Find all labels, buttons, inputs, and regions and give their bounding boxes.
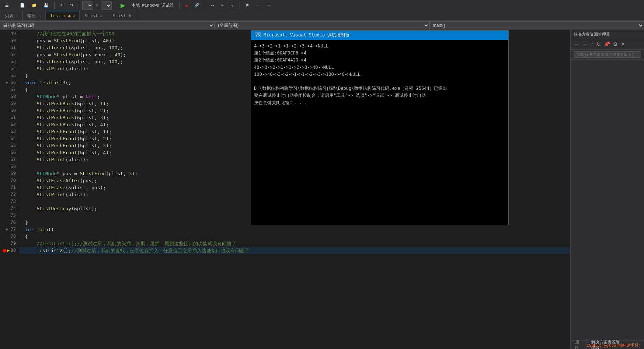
sidebar-refresh-btn[interactable]: ↻: [596, 40, 602, 48]
vs-icon: VS: [255, 32, 261, 38]
line-number: 53: [0, 58, 19, 65]
line-content: //我们现在在40的前面插入一个100: [19, 30, 114, 37]
line-number: 62: [0, 121, 19, 128]
line-content: }: [19, 219, 28, 226]
sidebar-search[interactable]: [571, 50, 644, 60]
sidebar-pin-btn[interactable]: 📌: [603, 40, 611, 48]
line-number: 55: [0, 72, 19, 79]
line-content: SListPushBack(&plist, 2);: [19, 107, 109, 114]
line-content: SLTNode* plist = NULL;: [19, 93, 100, 100]
tab-slisth[interactable]: SList.h: [108, 11, 136, 20]
line-number: 73: [0, 198, 19, 205]
table-row: 78 {: [0, 233, 570, 240]
line-number: 66: [0, 149, 19, 156]
line-content: SListPrint(plist);: [19, 156, 88, 163]
console-titlebar[interactable]: VS Microsoft Visual Studio 调试控制台: [251, 31, 508, 40]
redo-btn[interactable]: ↷: [67, 2, 76, 9]
console-line: 100->40->3->2->1->1->2->3->100->40->NULL: [254, 71, 505, 78]
run-btn[interactable]: ▶: [118, 1, 128, 10]
line-number: 71: [0, 184, 19, 191]
sidebar-toolbar: ← → ⌂ ↻ 📌 ⚙ ✕: [571, 39, 644, 50]
bookmark-btn[interactable]: ⚑: [243, 2, 252, 9]
sidebar-close-btn[interactable]: ✕: [620, 40, 626, 48]
platform-dropdown[interactable]: x86: [101, 1, 112, 10]
prev-bookmark-btn[interactable]: ←: [253, 2, 262, 9]
line-number: 67: [0, 156, 19, 163]
sidebar-home-btn[interactable]: ⌂: [590, 40, 594, 48]
step-over-btn[interactable]: ⇢: [208, 2, 217, 9]
sidebar-content: [571, 60, 644, 340]
line-number: 76: [0, 219, 19, 226]
line-content: SListPushFront(&plist, 1);: [19, 128, 112, 135]
console-line: 要在调试停止时自动关闭控制台，请启用"工具"->"选项"->"调试"->"调试停…: [254, 92, 505, 99]
line-content: SListDestroy(&plist);: [19, 205, 97, 212]
console-line: D:\数据结构初阶学习\数据结构练习代码\Debug\数据结构练习代码.exe（…: [254, 85, 505, 92]
file-menu[interactable]: ☰: [3, 2, 11, 8]
stop-btn[interactable]: ■: [182, 2, 190, 9]
tab-output-label: 输出: [27, 13, 36, 19]
line-content: [19, 163, 25, 170]
line-content: SListPushFront(&plist, 3);: [19, 142, 112, 149]
scope-select[interactable]: 链结构练习代码: [0, 21, 215, 29]
next-bookmark-btn[interactable]: →: [264, 2, 273, 9]
tab-slistc[interactable]: SList.c: [80, 11, 108, 20]
console-line: [254, 78, 505, 85]
tab-output-pin: ○: [38, 14, 40, 18]
code-editor[interactable]: 49 //我们现在在40的前面插入一个100 50 pos = SListFin…: [0, 30, 570, 349]
sidebar-forward-btn[interactable]: →: [582, 40, 588, 48]
line-content: {: [19, 86, 28, 93]
line-content: //TestList1();//测试过后，我们的头插，头删，尾插，尾删这些接口的…: [19, 240, 236, 247]
undo-btn[interactable]: ↶: [58, 2, 66, 9]
line-number: 61: [0, 114, 19, 121]
line-content: SListPrint(plist);: [19, 65, 88, 72]
line-content: SListPushFront(&plist, 2);: [19, 135, 112, 142]
sidebar-back-btn[interactable]: ←: [574, 40, 580, 48]
tab-testc-close[interactable]: ✕: [73, 14, 75, 18]
line-number: 75: [0, 212, 19, 219]
line-number: 60: [0, 107, 19, 114]
tab-output[interactable]: 输出 ○: [22, 11, 45, 20]
console-content: 4->3->2->1->1->2->3->4->NULL 第1个结点:00AF9…: [251, 40, 508, 225]
tab-testc-modified: ●: [68, 14, 70, 18]
console-window[interactable]: VS Microsoft Visual Studio 调试控制台 4->3->2…: [251, 30, 509, 225]
step-out-btn[interactable]: ↲: [228, 2, 237, 9]
function-select[interactable]: main(): [429, 21, 644, 29]
new-btn[interactable]: 📄: [17, 2, 28, 9]
sidebar-settings-btn[interactable]: ⚙: [612, 40, 619, 48]
tab-testc[interactable]: Test.c ● ✕: [45, 11, 80, 20]
table-row: 79 //TestList1();//测试过后，我们的头插，头删，尾插，尾删这些…: [0, 240, 570, 247]
line-number: 52: [0, 51, 19, 58]
line-number: ▼ 56: [0, 79, 19, 86]
global-select[interactable]: (全局范围): [215, 21, 429, 29]
line-content: [19, 212, 25, 219]
line-content: SListInsert(&plist, pos, 100);: [19, 44, 123, 51]
config-dropdown[interactable]: Debug: [82, 1, 93, 10]
line-content: SListPrint(plist);: [19, 191, 88, 198]
sidebar-search-input[interactable]: [574, 51, 641, 58]
tab-properties[interactable]: 属性: [571, 338, 587, 349]
line-content: void TestList3(): [19, 79, 71, 86]
line-content: {: [19, 233, 28, 240]
line-number: 59: [0, 100, 19, 107]
watermark: CSDN @rygttm(举杯遨明月): [586, 343, 641, 348]
sidebar-title: 解决方案资源管理器: [574, 32, 610, 37]
table-row: ▶ 80 TestList2();//测试过后，我们的查找，任意位置插入，任意位…: [0, 247, 570, 254]
tab-list[interactable]: 列表 ○: [0, 11, 22, 20]
line-number: ▼ 77: [0, 226, 19, 233]
table-row: ▼ 77 int main(): [0, 226, 570, 233]
line-content: [19, 198, 25, 205]
line-content: SListEraseAfter(pos);: [19, 177, 97, 184]
console-line: 40->3->2->1->1->2->3->40->NULL: [254, 64, 505, 71]
line-number: 78: [0, 233, 19, 240]
line-number: 63: [0, 128, 19, 135]
save-btn[interactable]: 💾: [41, 2, 51, 9]
attach-btn[interactable]: 🔗: [192, 2, 202, 9]
console-line: 第2个结点:00AF4420->4: [254, 57, 505, 64]
open-btn[interactable]: 📁: [29, 2, 39, 9]
tab-testc-label: Test.c: [50, 13, 66, 18]
step-in-btn[interactable]: ↳: [218, 2, 227, 9]
line-number: 54: [0, 65, 19, 72]
right-sidebar: 解决方案资源管理器 ← → ⌂ ↻ 📌 ⚙ ✕ 属性 解决方案资源管理器 Git: [570, 30, 644, 349]
line-number: 49: [0, 30, 19, 37]
line-number: 72: [0, 191, 19, 198]
